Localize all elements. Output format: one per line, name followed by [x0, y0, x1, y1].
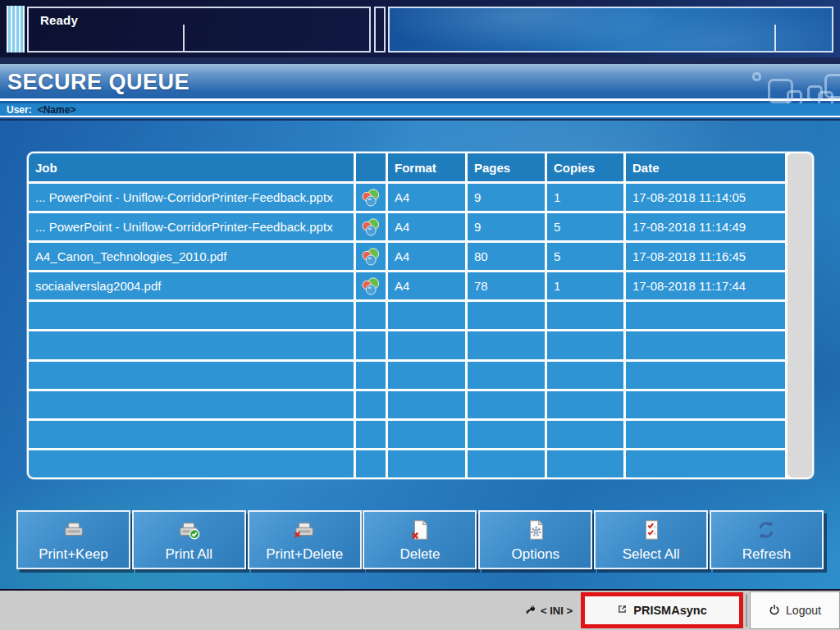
job-format: A4: [388, 184, 465, 211]
logout-button[interactable]: Logout: [750, 591, 840, 629]
table-grid: Job Format Pages Copies Date ... PowerPo…: [29, 153, 785, 477]
logout-label: Logout: [786, 604, 821, 617]
title-top-strip: [0, 57, 840, 64]
job-date: 17-08-2018 11:17:44: [626, 272, 785, 299]
job-date: 17-08-2018 11:16:45: [626, 243, 785, 270]
job-pages: 9: [468, 184, 545, 211]
header-format[interactable]: Format: [388, 153, 465, 181]
user-name-value: <Name>: [38, 104, 76, 116]
color-circles-icon: [356, 272, 386, 299]
bottom-bar: < INI > PRISMAsync Logout: [0, 589, 840, 630]
button-label: Print+Keep: [39, 546, 108, 563]
button-label: Print+Delete: [266, 546, 343, 563]
print-all-button[interactable]: Print All: [132, 510, 246, 569]
select-all-button[interactable]: Select All: [594, 510, 708, 569]
document-gear-icon: [523, 518, 548, 546]
job-date: 17-08-2018 11:14:05: [626, 184, 785, 211]
empty-table-row: [29, 331, 785, 358]
power-icon: [769, 604, 780, 618]
job-format: A4: [388, 243, 465, 270]
page-title: SECURE QUEUE: [7, 70, 189, 95]
printer-check-icon: [176, 518, 201, 546]
status-panel-secondary: [388, 7, 833, 52]
document-delete-icon: [408, 518, 432, 546]
deco-squares-icon: [752, 72, 761, 81]
prismasync-button[interactable]: PRISMAsync: [581, 592, 743, 628]
header-copies[interactable]: Copies: [547, 153, 623, 181]
title-bar: SECURE QUEUE: [0, 64, 840, 101]
action-button-row: Print+Keep Print All Print+Delete Delete: [16, 510, 824, 569]
color-circles-icon: [356, 184, 386, 211]
empty-table-row: [29, 391, 785, 418]
status-panel-divider-2: [774, 25, 776, 51]
key-icon: [524, 603, 536, 618]
printer-status-text: Ready: [29, 8, 369, 27]
table-row[interactable]: A4_Canon_Technologies_2010.pdf A4 80 5 1…: [29, 243, 785, 270]
delete-button[interactable]: Delete: [363, 510, 477, 569]
print-delete-button[interactable]: Print+Delete: [248, 510, 362, 569]
status-panel: Ready: [27, 7, 371, 52]
job-name: sociaalverslag2004.pdf: [29, 272, 354, 299]
options-button[interactable]: Options: [478, 510, 592, 569]
button-label: Options: [512, 546, 560, 563]
prismasync-label: PRISMAsync: [633, 604, 706, 617]
button-label: Delete: [399, 546, 440, 563]
printer-icon: [62, 518, 86, 546]
header-icon: [356, 153, 386, 181]
job-copies: 1: [547, 272, 623, 299]
secure-queue-table: Job Format Pages Copies Date ... PowerPo…: [27, 152, 814, 479]
brand-stripes: [7, 6, 25, 52]
top-status-bar: Ready: [0, 0, 840, 57]
job-pages: 80: [468, 243, 545, 270]
ini-indicator[interactable]: < INI >: [524, 603, 573, 618]
table-row[interactable]: ... PowerPoint - Uniflow-CorridorPrinter…: [29, 184, 785, 211]
job-copies: 5: [547, 213, 623, 240]
job-name: ... PowerPoint - Uniflow-CorridorPrinter…: [29, 213, 354, 240]
job-pages: 78: [468, 272, 545, 299]
printer-delete-icon: [292, 518, 317, 546]
job-copies: 5: [547, 243, 623, 270]
job-format: A4: [388, 213, 465, 240]
color-circles-icon: [356, 213, 386, 240]
bottom-bar-divider: [746, 594, 747, 627]
button-label: Refresh: [742, 546, 792, 563]
job-pages: 9: [468, 213, 545, 240]
refresh-icon: [754, 518, 778, 546]
status-panel-spacer: [374, 7, 386, 52]
job-date: 17-08-2018 11:14:49: [626, 213, 785, 240]
empty-table-row: [29, 421, 785, 448]
empty-table-row: [29, 362, 785, 389]
print-keep-button[interactable]: Print+Keep: [16, 510, 130, 569]
job-name: A4_Canon_Technologies_2010.pdf: [29, 243, 354, 270]
job-format: A4: [388, 272, 465, 299]
table-header-row: Job Format Pages Copies Date: [29, 153, 785, 181]
empty-table-row: [29, 450, 785, 477]
table-row[interactable]: sociaalverslag2004.pdf A4 78 1 17-08-201…: [29, 272, 785, 299]
checklist-icon: [639, 518, 664, 546]
job-name: ... PowerPoint - Uniflow-CorridorPrinter…: [29, 184, 354, 211]
user-label: User:: [7, 104, 32, 116]
empty-table-row: [29, 302, 785, 329]
header-pages[interactable]: Pages: [468, 153, 545, 181]
external-link-icon: [617, 604, 628, 617]
refresh-button[interactable]: Refresh: [710, 510, 824, 569]
color-circles-icon: [356, 243, 386, 270]
header-date[interactable]: Date: [626, 153, 785, 181]
button-label: Print All: [166, 546, 213, 563]
button-label: Select All: [623, 546, 680, 563]
table-row[interactable]: ... PowerPoint - Uniflow-CorridorPrinter…: [29, 213, 785, 240]
header-job[interactable]: Job: [29, 153, 354, 181]
table-scrollbar[interactable]: [788, 153, 812, 477]
user-bar: User: <Name>: [0, 103, 840, 117]
job-copies: 1: [547, 184, 623, 211]
status-panel-divider: [183, 25, 185, 51]
ini-label: < INI >: [541, 605, 573, 617]
main-area: Job Format Pages Copies Date ... PowerPo…: [0, 121, 840, 589]
